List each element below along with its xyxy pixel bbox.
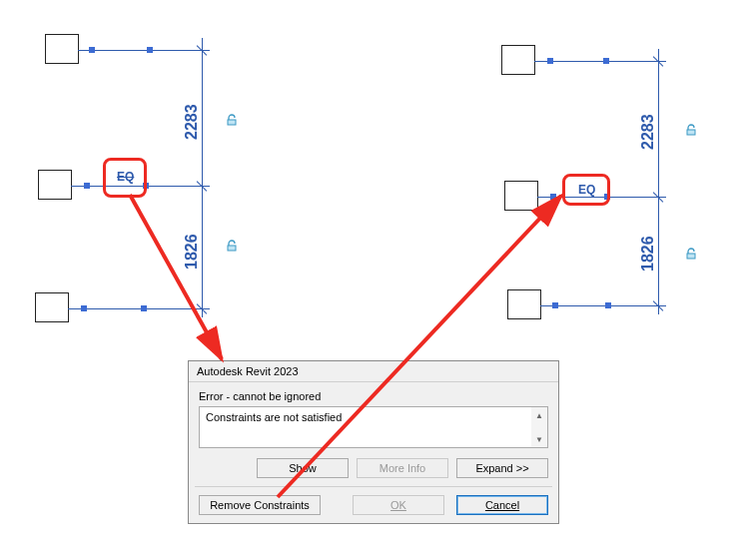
svg-rect-3 [687, 254, 695, 259]
padlock-icon[interactable] [685, 124, 697, 136]
ok-button: OK [353, 495, 444, 515]
dialog-subtitle: Error - cannot be ignored [195, 388, 552, 406]
grip[interactable] [552, 302, 558, 308]
svg-line-4 [130, 195, 222, 359]
annotation-highlight [562, 174, 610, 206]
grip[interactable] [81, 305, 87, 311]
dimension-value: 1826 [639, 236, 657, 272]
padlock-icon[interactable] [226, 240, 238, 252]
dimension-value: 2283 [183, 104, 201, 140]
element-box [38, 170, 72, 200]
grip[interactable] [89, 47, 95, 53]
witness-line [78, 50, 210, 51]
grip[interactable] [605, 302, 611, 308]
witness-line [534, 61, 666, 62]
grip[interactable] [603, 58, 609, 64]
padlock-icon[interactable] [226, 114, 238, 126]
dialog-message: Constraints are not satisfied [199, 406, 548, 448]
grip[interactable] [141, 305, 147, 311]
scrollbar[interactable]: ▲ ▼ [531, 407, 547, 447]
show-button[interactable]: Show [257, 458, 349, 478]
element-box [501, 45, 535, 75]
padlock-icon[interactable] [685, 248, 697, 260]
expand-button[interactable]: Expand >> [456, 458, 548, 478]
witness-line [68, 308, 210, 309]
dimension-value: 2283 [639, 114, 657, 150]
svg-rect-2 [687, 130, 695, 135]
witness-line [540, 305, 666, 306]
dimension-line [658, 49, 659, 314]
dimension-value: 1826 [183, 234, 201, 270]
grip[interactable] [147, 47, 153, 53]
grip[interactable] [547, 58, 553, 64]
annotation-highlight [103, 158, 147, 198]
element-box [504, 181, 538, 211]
svg-rect-0 [228, 120, 236, 125]
dimension-line [202, 38, 203, 317]
scroll-up-icon[interactable]: ▲ [531, 407, 547, 423]
element-box [45, 34, 79, 64]
error-dialog: Autodesk Revit 2023 Error - cannot be ig… [188, 360, 559, 524]
grip[interactable] [550, 194, 556, 200]
cancel-button[interactable]: Cancel [456, 495, 548, 515]
remove-constraints-button[interactable]: Remove Constraints [199, 495, 321, 515]
svg-rect-1 [228, 246, 236, 251]
element-box [507, 289, 541, 319]
dialog-title: Autodesk Revit 2023 [189, 361, 558, 382]
scroll-down-icon[interactable]: ▼ [531, 431, 547, 447]
drawing-canvas: 2283 1826 EQ 2283 1826 EQ Autodesk Revit… [0, 0, 756, 548]
element-box [35, 292, 69, 322]
grip[interactable] [84, 183, 90, 189]
more-info-button: More Info [357, 458, 448, 478]
